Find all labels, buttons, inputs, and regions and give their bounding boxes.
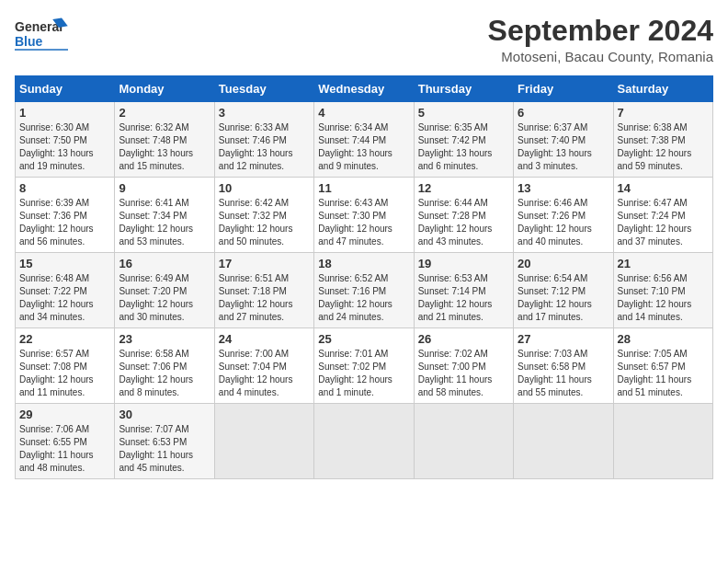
calendar-cell: 9 Sunrise: 6:41 AMSunset: 7:34 PMDayligh… [115,178,214,253]
day-info: Sunrise: 6:35 AMSunset: 7:42 PMDaylight:… [418,121,509,173]
day-info: Sunrise: 7:05 AMSunset: 6:57 PMDaylight:… [618,348,709,399]
day-number: 3 [219,106,310,120]
calendar-cell: 15 Sunrise: 6:48 AMSunset: 7:22 PMDaylig… [16,253,115,328]
calendar-cell: 16 Sunrise: 6:49 AMSunset: 7:20 PMDaylig… [115,253,214,328]
calendar-cell: 29 Sunrise: 7:06 AMSunset: 6:55 PMDaylig… [16,404,115,479]
calendar-cell: 27 Sunrise: 7:03 AMSunset: 6:58 PMDaylig… [514,328,613,404]
calendar-cell: 6 Sunrise: 6:37 AMSunset: 7:40 PMDayligh… [514,102,613,178]
logo-icon: General Blue [15,15,70,55]
month-title: September 2024 [488,15,713,47]
calendar-cell: 11 Sunrise: 6:43 AMSunset: 7:30 PMDaylig… [314,178,414,253]
calendar-cell: 28 Sunrise: 7:05 AMSunset: 6:57 PMDaylig… [613,328,712,404]
calendar-cell: 23 Sunrise: 6:58 AMSunset: 7:06 PMDaylig… [115,328,214,404]
day-number: 25 [318,332,409,346]
day-number: 21 [618,257,709,270]
calendar-cell: 10 Sunrise: 6:42 AMSunset: 7:32 PMDaylig… [214,178,313,253]
day-info: Sunrise: 7:01 AMSunset: 7:02 PMDaylight:… [318,348,409,399]
day-info: Sunrise: 6:41 AMSunset: 7:34 PMDaylight:… [119,197,210,248]
calendar-cell: 18 Sunrise: 6:52 AMSunset: 7:16 PMDaylig… [314,253,414,328]
day-number: 9 [119,181,210,195]
day-info: Sunrise: 6:47 AMSunset: 7:24 PMDaylight:… [618,197,709,248]
day-info: Sunrise: 6:49 AMSunset: 7:20 PMDaylight:… [119,272,210,324]
day-info: Sunrise: 7:03 AMSunset: 6:58 PMDaylight:… [518,348,609,399]
day-number: 18 [318,257,409,270]
calendar-cell: 26 Sunrise: 7:02 AMSunset: 7:00 PMDaylig… [414,328,513,404]
calendar-cell: 21 Sunrise: 6:56 AMSunset: 7:10 PMDaylig… [613,253,712,328]
day-number: 13 [518,181,609,195]
day-number: 17 [219,257,310,270]
day-number: 4 [318,106,409,120]
day-number: 8 [19,181,110,195]
header-row: SundayMondayTuesdayWednesdayThursdayFrid… [16,76,713,102]
day-of-week-header: Wednesday [314,76,414,102]
calendar-cell: 14 Sunrise: 6:47 AMSunset: 7:24 PMDaylig… [613,178,712,253]
calendar-cell [414,404,513,479]
day-info: Sunrise: 6:48 AMSunset: 7:22 PMDaylight:… [19,272,110,324]
day-of-week-header: Thursday [414,76,513,102]
day-info: Sunrise: 6:30 AMSunset: 7:50 PMDaylight:… [19,121,110,173]
day-info: Sunrise: 6:53 AMSunset: 7:14 PMDaylight:… [418,272,509,324]
calendar-cell: 25 Sunrise: 7:01 AMSunset: 7:02 PMDaylig… [314,328,414,404]
day-info: Sunrise: 6:38 AMSunset: 7:38 PMDaylight:… [618,121,709,173]
day-number: 28 [618,332,709,346]
day-of-week-header: Monday [115,76,214,102]
day-info: Sunrise: 6:57 AMSunset: 7:08 PMDaylight:… [19,348,110,399]
day-info: Sunrise: 6:34 AMSunset: 7:44 PMDaylight:… [318,121,409,173]
calendar-cell: 22 Sunrise: 6:57 AMSunset: 7:08 PMDaylig… [16,328,115,404]
day-number: 12 [418,181,509,195]
calendar-week: 15 Sunrise: 6:48 AMSunset: 7:22 PMDaylig… [16,253,713,328]
day-info: Sunrise: 6:58 AMSunset: 7:06 PMDaylight:… [119,348,210,399]
page-header: General Blue September 2024 Motoseni, Ba… [15,15,713,64]
calendar-cell: 19 Sunrise: 6:53 AMSunset: 7:14 PMDaylig… [414,253,513,328]
day-info: Sunrise: 6:37 AMSunset: 7:40 PMDaylight:… [518,121,609,173]
calendar-cell: 1 Sunrise: 6:30 AMSunset: 7:50 PMDayligh… [16,102,115,178]
day-number: 1 [19,106,110,120]
day-number: 24 [219,332,310,346]
calendar-cell: 24 Sunrise: 7:00 AMSunset: 7:04 PMDaylig… [214,328,313,404]
day-of-week-header: Friday [514,76,613,102]
calendar-week: 1 Sunrise: 6:30 AMSunset: 7:50 PMDayligh… [16,102,713,178]
day-number: 5 [418,106,509,120]
day-info: Sunrise: 6:44 AMSunset: 7:28 PMDaylight:… [418,197,509,248]
day-number: 23 [119,332,210,346]
calendar-cell: 8 Sunrise: 6:39 AMSunset: 7:36 PMDayligh… [16,178,115,253]
calendar-cell [514,404,613,479]
day-number: 29 [19,408,110,421]
calendar-table: SundayMondayTuesdayWednesdayThursdayFrid… [15,75,713,479]
day-info: Sunrise: 6:54 AMSunset: 7:12 PMDaylight:… [518,272,609,324]
calendar-cell [314,404,414,479]
day-of-week-header: Tuesday [214,76,313,102]
day-number: 11 [318,181,409,195]
day-info: Sunrise: 6:52 AMSunset: 7:16 PMDaylight:… [318,272,409,324]
day-number: 20 [518,257,609,270]
day-number: 15 [19,257,110,270]
day-info: Sunrise: 6:46 AMSunset: 7:26 PMDaylight:… [518,197,609,248]
day-number: 7 [618,106,709,120]
day-info: Sunrise: 7:00 AMSunset: 7:04 PMDaylight:… [219,348,310,399]
calendar-week: 29 Sunrise: 7:06 AMSunset: 6:55 PMDaylig… [16,404,713,479]
calendar-cell: 30 Sunrise: 7:07 AMSunset: 6:53 PMDaylig… [115,404,214,479]
calendar-cell: 7 Sunrise: 6:38 AMSunset: 7:38 PMDayligh… [613,102,712,178]
day-info: Sunrise: 6:56 AMSunset: 7:10 PMDaylight:… [618,272,709,324]
day-number: 27 [518,332,609,346]
day-of-week-header: Saturday [613,76,712,102]
day-info: Sunrise: 7:02 AMSunset: 7:00 PMDaylight:… [418,348,509,399]
calendar-cell [214,404,313,479]
svg-text:Blue: Blue [15,34,43,49]
calendar-cell: 5 Sunrise: 6:35 AMSunset: 7:42 PMDayligh… [414,102,513,178]
day-number: 16 [119,257,210,270]
day-info: Sunrise: 6:33 AMSunset: 7:46 PMDaylight:… [219,121,310,173]
day-info: Sunrise: 6:43 AMSunset: 7:30 PMDaylight:… [318,197,409,248]
location: Motoseni, Bacau County, Romania [488,49,713,64]
calendar-week: 8 Sunrise: 6:39 AMSunset: 7:36 PMDayligh… [16,178,713,253]
day-number: 26 [418,332,509,346]
day-info: Sunrise: 7:06 AMSunset: 6:55 PMDaylight:… [19,423,110,475]
calendar-cell: 20 Sunrise: 6:54 AMSunset: 7:12 PMDaylig… [514,253,613,328]
day-number: 14 [618,181,709,195]
day-number: 22 [19,332,110,346]
calendar-cell: 4 Sunrise: 6:34 AMSunset: 7:44 PMDayligh… [314,102,414,178]
day-number: 19 [418,257,509,270]
calendar-cell: 17 Sunrise: 6:51 AMSunset: 7:18 PMDaylig… [214,253,313,328]
calendar-cell: 3 Sunrise: 6:33 AMSunset: 7:46 PMDayligh… [214,102,313,178]
logo: General Blue [15,15,70,55]
